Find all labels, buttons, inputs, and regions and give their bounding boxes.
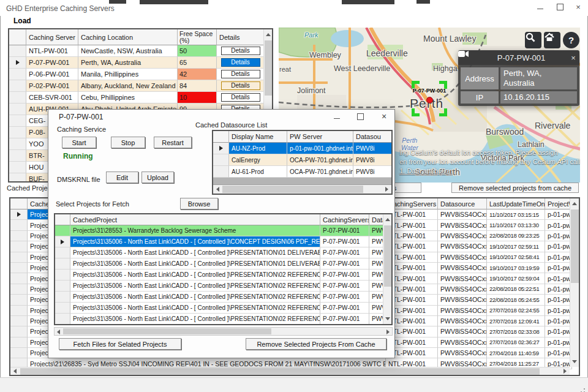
row-selector[interactable]: [9, 162, 26, 173]
popup-header[interactable]: P-07-PW-001 ×: [458, 50, 579, 65]
row-selector[interactable]: [9, 45, 26, 57]
maximize-button[interactable]: [552, 1, 567, 12]
row-selector[interactable]: [10, 231, 28, 241]
restart-service-button[interactable]: Restart: [154, 137, 192, 148]
header-caching-servers[interactable]: CachingServers: [320, 214, 369, 225]
dialog-projects-vscrollbar[interactable]: [383, 214, 391, 324]
dialog-project-row[interactable]: Projects\31\35006 - North East Link\CADD…: [55, 236, 391, 247]
row-selector[interactable]: [10, 306, 28, 316]
load-table-row[interactable]: P-02-PW-001Albany, Auckland, New Zealand…: [9, 80, 272, 92]
map-search-button[interactable]: [525, 32, 541, 48]
row-selector[interactable]: [9, 69, 26, 80]
scroll-right-icon[interactable]: [564, 369, 567, 374]
row-selector[interactable]: [10, 326, 28, 337]
header-datasource[interactable]: Datasou: [353, 131, 393, 143]
header-projectwise[interactable]: ProjectWis: [545, 198, 572, 209]
row-selector[interactable]: [10, 209, 28, 220]
header-display-name[interactable]: Display Name: [229, 131, 287, 143]
dialog-project-row[interactable]: Projects\31\35006 - North East Link\CADD…: [55, 258, 391, 270]
scroll-down-icon[interactable]: [572, 360, 577, 363]
row-selector[interactable]: [55, 292, 70, 303]
row-selector[interactable]: [10, 316, 28, 326]
row-selector[interactable]: [55, 225, 70, 236]
scroll-up-icon[interactable]: [572, 202, 577, 205]
datasource-hscroll-thumb[interactable]: [222, 186, 363, 193]
server-map-marker[interactable]: P-07-PW-001: [412, 81, 447, 116]
header-details[interactable]: Details: [217, 29, 265, 45]
dialog-close-button[interactable]: ×: [376, 111, 392, 122]
map-home-button[interactable]: [544, 32, 560, 48]
scroll-down-icon[interactable]: [385, 317, 390, 320]
load-table-row[interactable]: CEB-SVR-001Cebu, Phillippines10Details: [9, 92, 272, 104]
row-selector[interactable]: [9, 92, 26, 104]
header-datasource[interactable]: Datasource: [438, 198, 487, 209]
details-button[interactable]: Details: [221, 58, 260, 67]
load-table-row[interactable]: NTL-PW-001NewCastle, NSW, Australia50Det…: [9, 45, 272, 57]
scroll-left-icon[interactable]: [216, 187, 219, 192]
row-selector[interactable]: [10, 263, 28, 273]
row-selector[interactable]: [55, 258, 70, 270]
row-selector[interactable]: [10, 337, 28, 348]
dialog-project-row[interactable]: Projects\31\35006 - North East Link\CADD…: [55, 247, 391, 258]
row-selector[interactable]: [213, 154, 229, 166]
scroll-right-icon[interactable]: [385, 187, 388, 192]
scroll-left-icon[interactable]: [57, 330, 60, 334]
dialog-project-row[interactable]: Projects\31\35006 - North East Link\CADD…: [55, 292, 391, 303]
header-caching-server[interactable]: Caching Server: [26, 29, 78, 45]
scroll-up-icon[interactable]: [266, 33, 271, 36]
header-cached-project[interactable]: CachedProject: [70, 214, 320, 225]
upload-dmskrnl-button[interactable]: Upload: [141, 172, 174, 183]
row-selector[interactable]: [213, 143, 229, 154]
details-button[interactable]: Details: [221, 70, 260, 78]
datasource-row[interactable]: AU-61-ProdOCA-PW-701.ghdnet.inte...PWV8i: [213, 166, 391, 178]
stop-service-button[interactable]: Stop: [111, 137, 145, 148]
header-caching-location[interactable]: Caching Location: [78, 29, 178, 45]
dialog-project-row[interactable]: Projects\31\35006 - North East Link\CADD…: [55, 303, 391, 314]
details-button[interactable]: Details: [221, 93, 260, 102]
row-selector[interactable]: [10, 252, 28, 263]
details-button[interactable]: Details: [221, 47, 260, 55]
datasource-hscrollbar[interactable]: [213, 185, 391, 194]
row-selector[interactable]: [55, 281, 70, 292]
main-vscroll-thumb[interactable]: [571, 209, 579, 283]
header-pw-server[interactable]: PW Server: [287, 131, 353, 143]
row-selector[interactable]: [10, 273, 28, 284]
datasource-row[interactable]: CalEnergyOCA-PW-701.ghdnet.inte...PWV8i: [213, 154, 391, 166]
fetch-files-dialog-button[interactable]: Fetch Files for Selated Projects: [59, 338, 181, 350]
dialog-project-row[interactable]: Projects\31\35006 - North East Link\CADD…: [55, 314, 391, 325]
remove-projects-dialog-button[interactable]: Remove Selected Projects From Cache: [246, 338, 386, 350]
row-selector[interactable]: [55, 314, 70, 325]
load-vscroll-thumb[interactable]: [265, 40, 272, 96]
dialog-project-row[interactable]: Projects\31\35006 - North East Link\CADD…: [55, 270, 391, 281]
main-table-hscrollbar[interactable]: [10, 367, 570, 375]
close-button[interactable]: ×: [571, 1, 586, 12]
header-free-space[interactable]: Free Space (%): [178, 29, 217, 45]
browse-button[interactable]: Browse: [180, 198, 218, 209]
dialog-minimize-button[interactable]: [329, 111, 345, 122]
row-selector[interactable]: [9, 138, 26, 150]
row-selector[interactable]: [10, 284, 28, 295]
main-hscroll-thumb[interactable]: [20, 368, 540, 375]
row-selector[interactable]: [55, 236, 70, 247]
row-selector[interactable]: [9, 80, 26, 92]
row-selector[interactable]: [55, 303, 70, 314]
row-selector[interactable]: [9, 173, 26, 183]
minimize-button[interactable]: [533, 1, 548, 12]
row-selector[interactable]: [213, 166, 229, 178]
load-table-row[interactable]: P-07-PW-001Perth, WA, Australia65Details: [9, 57, 272, 69]
row-selector[interactable]: [10, 220, 28, 230]
row-selector[interactable]: [55, 247, 70, 258]
dialog-maximize-button[interactable]: [352, 111, 368, 122]
row-selector[interactable]: [55, 270, 70, 281]
scroll-right-icon[interactable]: [386, 330, 390, 334]
popup-close-icon[interactable]: ×: [567, 53, 579, 62]
scroll-up-icon[interactable]: [385, 218, 390, 221]
edit-dmskrnl-button[interactable]: Edit: [106, 172, 138, 183]
row-selector[interactable]: [9, 104, 26, 115]
row-selector[interactable]: [10, 241, 28, 252]
row-selector[interactable]: [9, 150, 26, 162]
remove-projects-main-button[interactable]: Remove selected projects from cache: [451, 183, 579, 193]
row-selector[interactable]: [9, 127, 26, 138]
load-table-row[interactable]: P-06-PW-001Manila, Phillippines42Details: [9, 69, 272, 80]
main-table-vscrollbar[interactable]: [570, 198, 579, 367]
